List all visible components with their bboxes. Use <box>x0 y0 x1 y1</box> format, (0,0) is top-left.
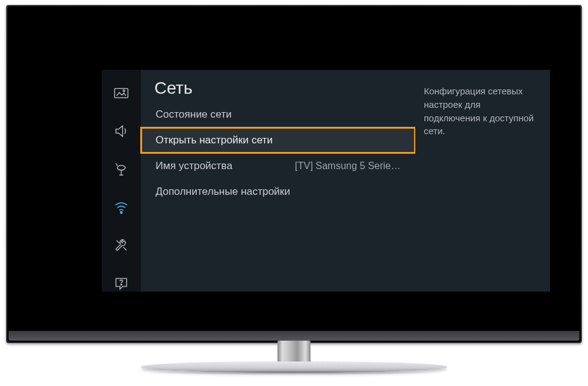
settings-description-text: Конфигурация сетевых настроек для подклю… <box>424 85 539 138</box>
tv-screen: Сеть Состояние сети Открыть настройки се… <box>22 20 566 326</box>
menu-item-device-name[interactable]: Имя устройства [TV] Samsung 5 Serie… <box>141 153 415 179</box>
network-icon[interactable] <box>113 199 130 216</box>
picture-icon[interactable] <box>113 85 130 102</box>
settings-main: Сеть Состояние сети Открыть настройки се… <box>141 70 415 292</box>
tv-stand-neck <box>277 341 311 364</box>
tools-icon[interactable] <box>113 237 130 254</box>
sound-icon[interactable] <box>113 123 130 140</box>
menu-item-label: Имя устройства <box>156 160 232 172</box>
settings-sidebar <box>102 70 141 292</box>
svg-point-3 <box>120 211 122 213</box>
menu-item-label: Дополнительные настройки <box>156 186 290 198</box>
settings-description-panel: Конфигурация сетевых настроек для подклю… <box>415 70 550 292</box>
svg-point-4 <box>121 284 122 286</box>
svg-rect-0 <box>115 88 128 97</box>
broadcast-icon[interactable] <box>113 161 130 178</box>
svg-point-2 <box>118 165 126 170</box>
tv-stand-base <box>141 361 447 373</box>
tv-bezel: Сеть Состояние сети Открыть настройки се… <box>7 6 581 342</box>
menu-item-network-status[interactable]: Состояние сети <box>141 102 415 127</box>
menu-item-advanced-settings[interactable]: Дополнительные настройки <box>141 179 415 205</box>
tv-bottom-bezel <box>9 331 579 341</box>
support-icon[interactable] <box>113 274 130 292</box>
settings-panel: Сеть Состояние сети Открыть настройки се… <box>102 70 550 292</box>
tv-frame: Сеть Состояние сети Открыть настройки се… <box>6 5 582 343</box>
menu-item-open-network-settings[interactable]: Открыть настройки сети <box>141 127 415 153</box>
page-title: Сеть <box>141 78 415 102</box>
menu-item-label: Открыть настройки сети <box>156 134 273 146</box>
svg-point-1 <box>123 90 125 92</box>
menu-item-label: Состояние сети <box>156 108 232 121</box>
menu-item-value: [TV] Samsung 5 Serie… <box>295 161 401 172</box>
